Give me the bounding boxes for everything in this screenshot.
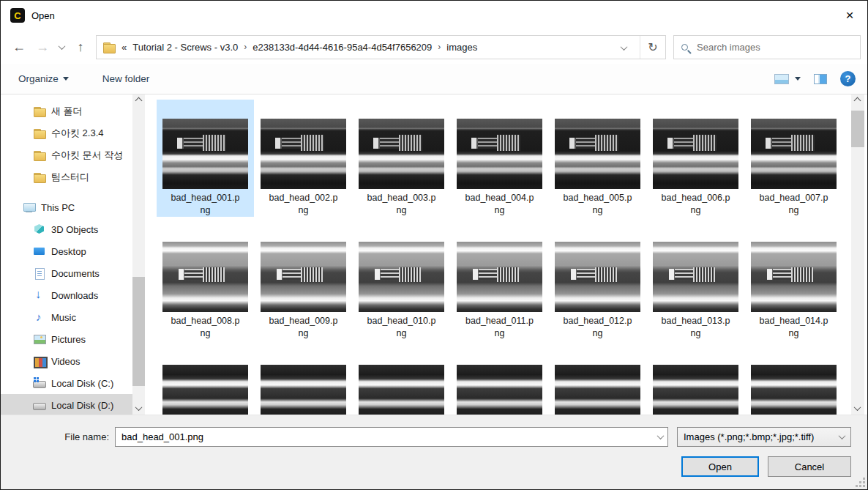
sidebar-item[interactable]: 수아킷 2.3.4	[1, 122, 132, 144]
breadcrumb-separator-icon[interactable]: ›	[438, 42, 441, 52]
sidebar-item[interactable]: Pictures	[1, 328, 132, 350]
search-icon	[681, 44, 688, 51]
file-thumbnail	[359, 119, 444, 189]
sidebar-item[interactable]: Downloads	[1, 284, 132, 306]
sidebar-scrollbar[interactable]	[132, 94, 145, 415]
file-name-text: bad_head_013.png	[660, 315, 732, 340]
sidebar-item[interactable]: Local Disk (C:)	[1, 372, 132, 394]
file-item[interactable]: bad_head_011.png	[451, 223, 548, 340]
scroll-down-icon[interactable]	[132, 402, 145, 415]
computer-icon	[23, 201, 36, 213]
file-name-text: bad_head_012.png	[562, 315, 634, 340]
file-item[interactable]	[255, 346, 352, 415]
file-name-text: bad_head_008.png	[170, 315, 242, 340]
sidebar-item[interactable]: 새 폴더	[1, 100, 132, 122]
breadcrumb-separator-icon[interactable]: ›	[244, 42, 247, 52]
scrollbar-thumb[interactable]	[851, 111, 864, 147]
sidebar-item[interactable]: 팀스터디	[1, 166, 132, 188]
help-button[interactable]: ?	[840, 71, 856, 86]
breadcrumb[interactable]: « Tutorial 2 - Screws - v3.0 › e238133d-…	[97, 36, 640, 59]
organize-label: Organize	[18, 73, 59, 84]
file-item[interactable]: bad_head_004.png	[451, 100, 548, 217]
file-item[interactable]	[549, 346, 646, 415]
breadcrumb-item[interactable]: Tutorial 2 - Screws - v3.0	[132, 42, 238, 53]
combo-dropdown-icon[interactable]	[652, 427, 668, 447]
folder-icon	[102, 42, 115, 53]
folder-icon	[33, 149, 46, 161]
file-type-select[interactable]: Images (*.png;*.bmp;*.jpg;*.tiff)	[677, 427, 851, 447]
breadcrumb-overflow-chevron[interactable]: «	[121, 42, 127, 53]
scroll-down-icon[interactable]	[851, 402, 864, 415]
address-dropdown-icon[interactable]	[614, 42, 634, 53]
file-thumbnail	[555, 365, 640, 415]
file-thumbnail	[457, 242, 542, 312]
file-item[interactable]	[745, 346, 842, 415]
organize-button[interactable]: Organize	[18, 73, 69, 84]
sidebar-item-label: Local Disk (D:)	[51, 400, 113, 411]
scroll-up-icon[interactable]	[132, 94, 145, 107]
sidebar-item[interactable]: Music	[1, 306, 132, 328]
file-name-text: bad_head_006.png	[660, 192, 732, 217]
resize-grip[interactable]	[856, 478, 865, 487]
open-button[interactable]: Open	[681, 456, 759, 477]
sidebar-item[interactable]: 수아킷 문서 작성	[1, 144, 132, 166]
file-item[interactable]	[353, 346, 450, 415]
main-scrollbar[interactable]	[851, 94, 864, 415]
sidebar-list: 새 폴더수아킷 2.3.4수아킷 문서 작성팀스터디This PC3D Obje…	[1, 100, 145, 416]
history-dropdown-icon[interactable]	[54, 35, 69, 59]
dialog-content: 새 폴더수아킷 2.3.4수아킷 문서 작성팀스터디This PC3D Obje…	[1, 94, 867, 415]
file-name-label: File name:	[55, 431, 109, 442]
new-folder-button[interactable]: New folder	[102, 73, 150, 84]
back-button[interactable]: ←	[7, 35, 31, 59]
search-box[interactable]	[673, 35, 861, 59]
sidebar-item[interactable]: Documents	[1, 262, 132, 284]
file-item[interactable]: bad_head_003.png	[353, 100, 450, 217]
close-icon[interactable]: ×	[832, 1, 867, 30]
file-thumbnail	[457, 365, 542, 415]
file-item[interactable]: bad_head_001.png	[157, 100, 254, 217]
scroll-up-icon[interactable]	[851, 94, 864, 107]
breadcrumb-item[interactable]: images	[446, 42, 477, 53]
folder-icon	[33, 105, 46, 117]
up-button[interactable]: ↑	[69, 35, 92, 59]
forward-button[interactable]: →	[31, 35, 54, 59]
sidebar-item[interactable]: Desktop	[1, 240, 132, 262]
file-item[interactable]: bad_head_006.png	[647, 100, 744, 217]
change-view-button[interactable]	[774, 74, 801, 84]
file-item[interactable]: bad_head_008.png	[157, 223, 254, 340]
file-item[interactable]	[647, 346, 744, 415]
file-name-text: bad_head_009.png	[268, 315, 340, 340]
file-item[interactable]: bad_head_009.png	[255, 223, 352, 340]
file-item[interactable]: bad_head_007.png	[745, 100, 842, 217]
file-name-text: bad_head_001.png	[170, 192, 242, 217]
file-item[interactable]: bad_head_013.png	[647, 223, 744, 340]
file-thumbnail	[653, 242, 738, 312]
file-item[interactable]: bad_head_014.png	[745, 223, 842, 340]
file-item[interactable]: bad_head_002.png	[255, 100, 352, 217]
combo-dropdown-icon	[839, 432, 846, 439]
search-input[interactable]	[697, 42, 853, 53]
sidebar-item[interactable]: Videos	[1, 350, 132, 372]
file-name-text: bad_head_007.png	[758, 192, 830, 217]
navigation-bar: ← → ↑ « Tutorial 2 - Screws - v3.0 › e23…	[1, 30, 867, 64]
file-item[interactable]: bad_head_012.png	[549, 223, 646, 340]
file-thumbnail	[751, 119, 837, 189]
file-item[interactable]	[451, 346, 548, 415]
file-item[interactable]	[157, 346, 254, 415]
cancel-button[interactable]: Cancel	[768, 456, 851, 477]
window-title: Open	[31, 10, 55, 21]
scrollbar-thumb[interactable]	[132, 277, 145, 386]
caret-down-icon	[63, 77, 69, 81]
file-item[interactable]: bad_head_010.png	[353, 223, 450, 340]
preview-pane-button[interactable]	[814, 74, 827, 84]
sidebar-item[interactable]: Local Disk (D:)	[1, 394, 132, 416]
sidebar-item[interactable]: 3D Objects	[1, 218, 132, 240]
file-thumbnail	[359, 242, 444, 312]
breadcrumb-item[interactable]: e238133d-4d44-4616-95a4-4d54f7656209	[252, 42, 432, 53]
desktop-icon	[33, 245, 46, 257]
file-name-input[interactable]	[115, 427, 668, 447]
sidebar-item[interactable]: This PC	[1, 196, 132, 218]
sidebar-item-label: 팀스터디	[51, 171, 89, 184]
file-item[interactable]: bad_head_005.png	[549, 100, 646, 217]
refresh-icon[interactable]: ↻	[640, 36, 665, 59]
